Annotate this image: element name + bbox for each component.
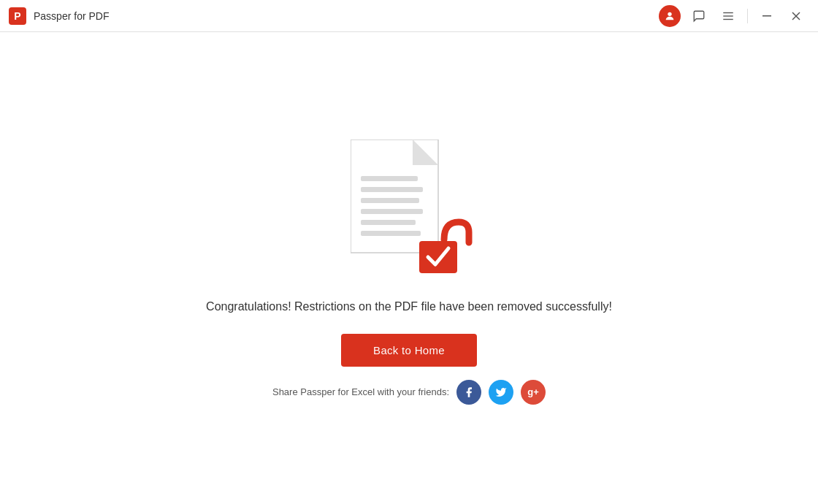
svg-rect-16 [419,241,457,273]
svg-rect-12 [361,198,419,203]
user-icon[interactable] [657,3,683,29]
title-bar-left: P Passper for PDF [9,7,109,25]
user-avatar [659,5,681,27]
share-row: Share Passper for Excel with your friend… [272,380,546,405]
title-bar-separator [747,9,748,23]
svg-rect-14 [361,220,416,225]
svg-rect-10 [361,176,418,181]
close-button[interactable] [783,3,809,29]
svg-point-0 [668,12,671,15]
app-logo: P [9,7,26,25]
svg-rect-15 [361,231,421,236]
svg-rect-11 [361,187,423,192]
title-bar: P Passper for PDF [0,0,818,32]
app-title: Passper for PDF [34,10,109,22]
main-content: Congratulations! Restrictions on the PDF… [0,32,818,504]
svg-rect-4 [762,15,771,17]
svg-rect-13 [361,209,423,214]
share-label: Share Passper for Excel with your friend… [272,386,449,397]
menu-icon[interactable] [715,3,741,29]
google-share-button[interactable]: g+ [521,380,546,405]
success-illustration [343,132,475,278]
minimize-button[interactable] [754,3,780,29]
chat-icon[interactable] [686,3,712,29]
facebook-share-button[interactable] [456,380,481,405]
unlocked-padlock-icon [416,216,475,278]
success-message: Congratulations! Restrictions on the PDF… [206,300,612,313]
back-to-home-button[interactable]: Back to Home [341,334,477,367]
twitter-share-button[interactable] [489,380,513,405]
title-bar-right [657,3,809,29]
